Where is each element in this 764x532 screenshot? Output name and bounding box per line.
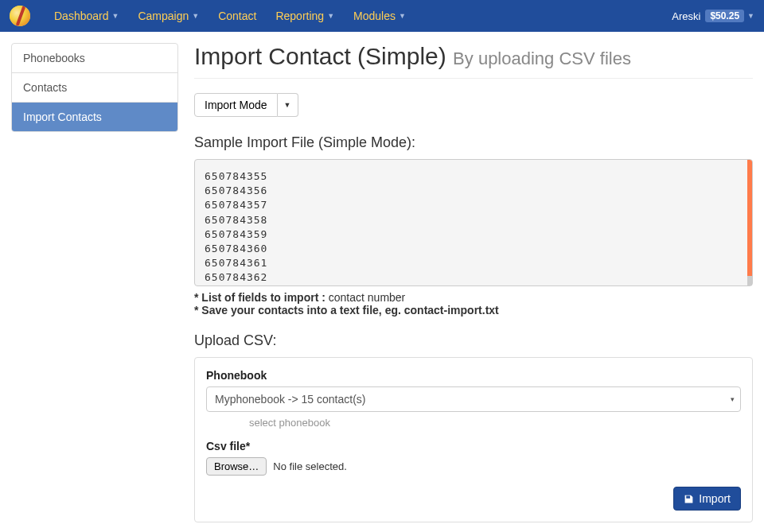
page-title-text: Import Contact (Simple): [194, 43, 446, 69]
import-button[interactable]: Import: [673, 487, 741, 511]
nav-dashboard[interactable]: Dashboard ▼: [45, 0, 128, 32]
sample-file-content: 650784355 650784356 650784357 650784358 …: [194, 159, 753, 286]
caret-down-icon: ▼: [112, 12, 119, 20]
sidebar-list: Phonebooks Contacts Import Contacts: [11, 43, 178, 132]
caret-down-icon: ▼: [327, 12, 334, 20]
sidebar-item-contacts[interactable]: Contacts: [12, 73, 177, 103]
sample-heading: Sample Import File (Simple Mode):: [194, 134, 753, 151]
nav-campaign[interactable]: Campaign ▼: [128, 0, 209, 32]
import-button-label: Import: [699, 492, 731, 505]
page-container: Phonebooks Contacts Import Contacts Impo…: [0, 32, 764, 532]
csv-file-label: Csv file*: [206, 440, 741, 452]
page-title: Import Contact (Simple) By uploading CSV…: [194, 43, 753, 79]
nav-left: Dashboard ▼ Campaign ▼ Contact Reporting…: [10, 0, 415, 32]
sidebar-item-label: Phonebooks: [23, 52, 85, 64]
nav-item-label: Reporting: [275, 10, 324, 22]
phonebook-select[interactable]: Myphonebook -> 15 contact(s): [206, 386, 741, 412]
sidebar-item-import-contacts[interactable]: Import Contacts: [12, 103, 177, 131]
caret-down-icon: ▼: [399, 12, 406, 20]
save-icon: [684, 494, 694, 504]
import-mode-button[interactable]: Import Mode: [194, 93, 278, 117]
nav-balance-badge[interactable]: $50.25: [705, 10, 744, 22]
nav-item-label: Contact: [218, 10, 256, 22]
nav-item-label: Dashboard: [54, 10, 109, 22]
import-mode-group: Import Mode ▼: [194, 93, 298, 117]
nav-contact[interactable]: Contact: [209, 0, 266, 32]
sidebar-item-label: Contacts: [23, 81, 67, 94]
panel-actions: Import: [206, 487, 741, 511]
nav-item-label: Campaign: [138, 10, 189, 22]
sidebar: Phonebooks Contacts Import Contacts: [11, 43, 178, 522]
caret-down-icon: ▼: [284, 101, 291, 109]
nav-right: Areski $50.25 ▼: [672, 10, 754, 22]
file-status: No file selected.: [273, 460, 347, 472]
browse-button[interactable]: Browse…: [206, 457, 267, 476]
top-navbar: Dashboard ▼ Campaign ▼ Contact Reporting…: [0, 0, 764, 32]
import-mode-dropdown-toggle[interactable]: ▼: [278, 93, 298, 117]
page-subtitle: By uploading CSV files: [453, 49, 631, 68]
sidebar-item-label: Import Contacts: [23, 111, 102, 123]
upload-heading: Upload CSV:: [194, 332, 753, 349]
helper-line-2-bold: * Save your contacts into a text file, e…: [194, 304, 499, 316]
helper-line-1-bold: * List of fields to import :: [194, 291, 325, 304]
helper-line-1-rest: contact number: [325, 291, 405, 304]
sample-wrap: 650784355 650784356 650784357 650784358 …: [194, 159, 753, 286]
upload-panel: Phonebook Myphonebook -> 15 contact(s) ▾…: [194, 357, 753, 522]
caret-down-icon: ▼: [192, 12, 199, 20]
nav-item-label: Modules: [353, 10, 396, 22]
caret-down-icon[interactable]: ▼: [747, 12, 754, 20]
nav-username[interactable]: Areski: [672, 10, 705, 22]
app-logo-icon[interactable]: [10, 6, 30, 26]
main-content: Import Contact (Simple) By uploading CSV…: [194, 43, 753, 522]
helper-line-2: * Save your contacts into a text file, e…: [194, 304, 753, 316]
phonebook-hint: select phonebook: [206, 417, 741, 429]
helper-line-1: * List of fields to import : contact num…: [194, 291, 753, 304]
file-input-row: Browse… No file selected.: [206, 457, 741, 476]
phonebook-label: Phonebook: [206, 369, 741, 382]
phonebook-select-wrap: Myphonebook -> 15 contact(s) ▾: [206, 386, 741, 412]
sample-scrollbar[interactable]: [747, 160, 752, 285]
nav-modules[interactable]: Modules ▼: [344, 0, 415, 32]
nav-reporting[interactable]: Reporting ▼: [266, 0, 344, 32]
sidebar-item-phonebooks[interactable]: Phonebooks: [12, 44, 177, 73]
